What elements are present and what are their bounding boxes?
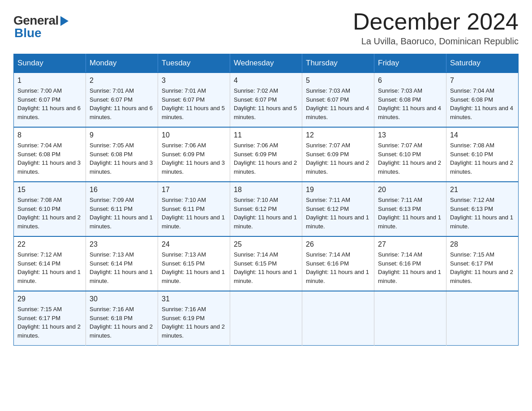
day-number: 1 xyxy=(17,77,82,85)
calendar-cell: 22Sunrise: 7:12 AMSunset: 6:14 PMDayligh… xyxy=(14,236,86,291)
calendar-cell xyxy=(230,291,302,346)
day-info: Sunrise: 7:11 AMSunset: 6:12 PMDaylight:… xyxy=(306,196,370,231)
day-info: Sunrise: 7:14 AMSunset: 6:16 PMDaylight:… xyxy=(378,250,442,285)
day-info: Sunrise: 7:07 AMSunset: 6:10 PMDaylight:… xyxy=(378,141,442,176)
day-info: Sunrise: 7:05 AMSunset: 6:08 PMDaylight:… xyxy=(90,141,154,176)
day-number: 23 xyxy=(90,240,154,248)
day-number: 30 xyxy=(90,295,154,303)
month-title: December 2024 xyxy=(353,9,519,34)
day-number: 4 xyxy=(234,77,298,85)
calendar-cell: 20Sunrise: 7:11 AMSunset: 6:13 PMDayligh… xyxy=(374,182,446,236)
calendar-cell: 12Sunrise: 7:07 AMSunset: 6:09 PMDayligh… xyxy=(302,127,374,182)
day-number: 29 xyxy=(17,295,82,303)
calendar-cell: 19Sunrise: 7:11 AMSunset: 6:12 PMDayligh… xyxy=(302,182,374,236)
day-info: Sunrise: 7:04 AMSunset: 6:08 PMDaylight:… xyxy=(17,141,82,176)
day-number: 11 xyxy=(234,131,298,139)
day-info: Sunrise: 7:14 AMSunset: 6:16 PMDaylight:… xyxy=(306,250,370,285)
calendar-cell: 2Sunrise: 7:01 AMSunset: 6:07 PMDaylight… xyxy=(86,73,158,127)
calendar-cell: 6Sunrise: 7:03 AMSunset: 6:08 PMDaylight… xyxy=(374,73,446,127)
calendar-cell: 29Sunrise: 7:15 AMSunset: 6:17 PMDayligh… xyxy=(14,291,86,346)
day-number: 5 xyxy=(306,77,370,85)
day-number: 28 xyxy=(450,240,515,248)
calendar-cell: 16Sunrise: 7:09 AMSunset: 6:11 PMDayligh… xyxy=(86,182,158,236)
day-info: Sunrise: 7:12 AMSunset: 6:13 PMDaylight:… xyxy=(450,196,515,231)
day-number: 2 xyxy=(90,77,154,85)
calendar-cell: 4Sunrise: 7:02 AMSunset: 6:07 PMDaylight… xyxy=(230,73,302,127)
day-number: 21 xyxy=(450,186,515,194)
calendar-cell: 30Sunrise: 7:16 AMSunset: 6:18 PMDayligh… xyxy=(86,291,158,346)
day-info: Sunrise: 7:08 AMSunset: 6:10 PMDaylight:… xyxy=(450,141,515,176)
day-number: 3 xyxy=(162,77,226,85)
day-number: 13 xyxy=(378,131,442,139)
calendar-week-row: 29Sunrise: 7:15 AMSunset: 6:17 PMDayligh… xyxy=(14,291,519,346)
logo: General Blue xyxy=(13,13,69,40)
day-number: 15 xyxy=(17,186,82,194)
column-header-tuesday: Tuesday xyxy=(158,54,230,73)
day-info: Sunrise: 7:04 AMSunset: 6:08 PMDaylight:… xyxy=(450,86,515,121)
day-info: Sunrise: 7:01 AMSunset: 6:07 PMDaylight:… xyxy=(162,86,226,121)
calendar-week-row: 22Sunrise: 7:12 AMSunset: 6:14 PMDayligh… xyxy=(14,236,519,291)
day-number: 9 xyxy=(90,131,154,139)
title-block: December 2024 La Uvilla, Baoruco, Domini… xyxy=(353,9,519,47)
calendar-cell: 25Sunrise: 7:14 AMSunset: 6:15 PMDayligh… xyxy=(230,236,302,291)
calendar-cell: 31Sunrise: 7:16 AMSunset: 6:19 PMDayligh… xyxy=(158,291,230,346)
column-header-friday: Friday xyxy=(374,54,446,73)
day-info: Sunrise: 7:06 AMSunset: 6:09 PMDaylight:… xyxy=(162,141,226,176)
day-info: Sunrise: 7:02 AMSunset: 6:07 PMDaylight:… xyxy=(234,86,298,121)
column-header-wednesday: Wednesday xyxy=(230,54,302,73)
calendar-header-row: SundayMondayTuesdayWednesdayThursdayFrid… xyxy=(14,54,519,73)
column-header-sunday: Sunday xyxy=(14,54,86,73)
calendar-cell: 18Sunrise: 7:10 AMSunset: 6:12 PMDayligh… xyxy=(230,182,302,236)
calendar-cell: 11Sunrise: 7:06 AMSunset: 6:09 PMDayligh… xyxy=(230,127,302,182)
day-info: Sunrise: 7:13 AMSunset: 6:15 PMDaylight:… xyxy=(162,250,226,285)
day-info: Sunrise: 7:12 AMSunset: 6:14 PMDaylight:… xyxy=(17,250,82,285)
calendar-cell: 17Sunrise: 7:10 AMSunset: 6:11 PMDayligh… xyxy=(158,182,230,236)
day-info: Sunrise: 7:16 AMSunset: 6:18 PMDaylight:… xyxy=(90,305,154,340)
calendar-cell: 8Sunrise: 7:04 AMSunset: 6:08 PMDaylight… xyxy=(14,127,86,182)
calendar-week-row: 8Sunrise: 7:04 AMSunset: 6:08 PMDaylight… xyxy=(14,127,519,182)
calendar-cell: 15Sunrise: 7:08 AMSunset: 6:10 PMDayligh… xyxy=(14,182,86,236)
day-info: Sunrise: 7:03 AMSunset: 6:07 PMDaylight:… xyxy=(306,86,370,121)
calendar-cell xyxy=(302,291,374,346)
calendar-cell xyxy=(446,291,519,346)
calendar-cell: 23Sunrise: 7:13 AMSunset: 6:14 PMDayligh… xyxy=(86,236,158,291)
day-number: 25 xyxy=(234,240,298,248)
day-info: Sunrise: 7:09 AMSunset: 6:11 PMDaylight:… xyxy=(90,196,154,231)
calendar-cell: 28Sunrise: 7:15 AMSunset: 6:17 PMDayligh… xyxy=(446,236,519,291)
calendar-week-row: 15Sunrise: 7:08 AMSunset: 6:10 PMDayligh… xyxy=(14,182,519,236)
calendar-cell: 9Sunrise: 7:05 AMSunset: 6:08 PMDaylight… xyxy=(86,127,158,182)
column-header-thursday: Thursday xyxy=(302,54,374,73)
day-info: Sunrise: 7:15 AMSunset: 6:17 PMDaylight:… xyxy=(450,250,515,285)
column-header-saturday: Saturday xyxy=(446,54,519,73)
calendar-cell: 27Sunrise: 7:14 AMSunset: 6:16 PMDayligh… xyxy=(374,236,446,291)
location-subtitle: La Uvilla, Baoruco, Dominican Republic xyxy=(353,36,519,47)
page-header: General Blue December 2024 La Uvilla, Ba… xyxy=(13,9,519,47)
logo-blue-text: Blue xyxy=(14,26,42,40)
day-info: Sunrise: 7:16 AMSunset: 6:19 PMDaylight:… xyxy=(162,305,226,340)
calendar-cell: 3Sunrise: 7:01 AMSunset: 6:07 PMDaylight… xyxy=(158,73,230,127)
day-number: 17 xyxy=(162,186,226,194)
calendar-cell: 21Sunrise: 7:12 AMSunset: 6:13 PMDayligh… xyxy=(446,182,519,236)
calendar-week-row: 1Sunrise: 7:00 AMSunset: 6:07 PMDaylight… xyxy=(14,73,519,127)
day-info: Sunrise: 7:14 AMSunset: 6:15 PMDaylight:… xyxy=(234,250,298,285)
calendar-cell: 5Sunrise: 7:03 AMSunset: 6:07 PMDaylight… xyxy=(302,73,374,127)
day-number: 12 xyxy=(306,131,370,139)
day-info: Sunrise: 7:07 AMSunset: 6:09 PMDaylight:… xyxy=(306,141,370,176)
day-number: 20 xyxy=(378,186,442,194)
day-info: Sunrise: 7:06 AMSunset: 6:09 PMDaylight:… xyxy=(234,141,298,176)
calendar-table: SundayMondayTuesdayWednesdayThursdayFrid… xyxy=(13,54,519,346)
day-number: 10 xyxy=(162,131,226,139)
day-info: Sunrise: 7:10 AMSunset: 6:12 PMDaylight:… xyxy=(234,196,298,231)
day-info: Sunrise: 7:10 AMSunset: 6:11 PMDaylight:… xyxy=(162,196,226,231)
calendar-cell xyxy=(374,291,446,346)
calendar-cell: 13Sunrise: 7:07 AMSunset: 6:10 PMDayligh… xyxy=(374,127,446,182)
day-number: 14 xyxy=(450,131,515,139)
day-number: 19 xyxy=(306,186,370,194)
day-number: 16 xyxy=(90,186,154,194)
calendar-cell: 26Sunrise: 7:14 AMSunset: 6:16 PMDayligh… xyxy=(302,236,374,291)
calendar-cell: 1Sunrise: 7:00 AMSunset: 6:07 PMDaylight… xyxy=(14,73,86,127)
day-info: Sunrise: 7:01 AMSunset: 6:07 PMDaylight:… xyxy=(90,86,154,121)
calendar-cell: 7Sunrise: 7:04 AMSunset: 6:08 PMDaylight… xyxy=(446,73,519,127)
day-number: 26 xyxy=(306,240,370,248)
day-number: 6 xyxy=(378,77,442,85)
